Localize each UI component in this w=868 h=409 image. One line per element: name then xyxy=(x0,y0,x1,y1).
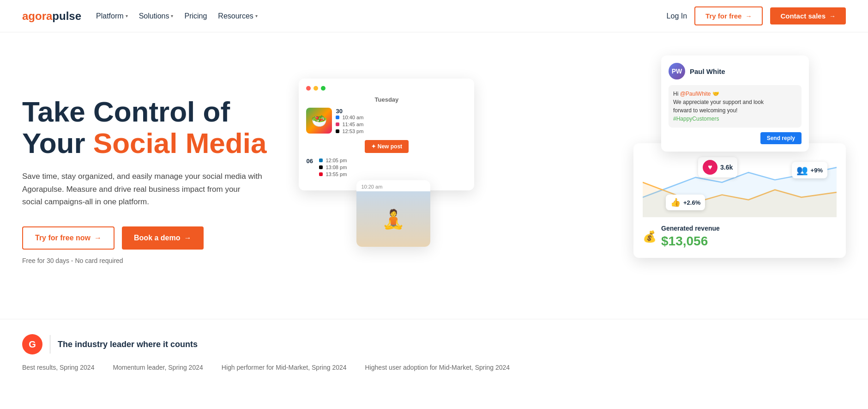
hero-illustration: PW Paul White Hi @PaulWhite 🤝 We appreci… xyxy=(285,60,846,300)
g2-header: G The industry leader where it counts xyxy=(22,334,846,354)
hero-title: Take Control of Your Social Media xyxy=(22,96,266,159)
divider xyxy=(50,335,50,354)
chevron-down-icon: ▾ xyxy=(126,13,128,18)
analytics-chart: ♥ 3.6k 👍 +2.6% 👥 +9% xyxy=(643,153,837,217)
contact-sales-button[interactable]: Contact sales → xyxy=(770,7,846,24)
logo-agora: agora xyxy=(22,10,52,23)
maximize-dot xyxy=(321,86,326,91)
people-badge: 👥 +9% xyxy=(792,162,827,178)
linkedin-icon xyxy=(319,159,323,162)
people-pct: +9% xyxy=(811,167,823,174)
nav-left: agorapulse Platform ▾ Solutions ▾ Pricin… xyxy=(22,10,258,23)
revenue-row: 💰 Generated revenue $13,056 xyxy=(643,225,837,249)
chevron-down-icon: ▾ xyxy=(171,13,173,18)
cal-items-06: 12:05 pm 13:08 pm 13:55 pm xyxy=(319,158,467,178)
arrow-right-icon: → xyxy=(829,12,836,20)
arrow-right-icon: → xyxy=(745,12,752,20)
chat-header: PW Paul White xyxy=(669,63,802,79)
heart-value: 3.6k xyxy=(720,164,733,171)
people-icon: 👥 xyxy=(796,165,808,176)
revenue-value: $13,056 xyxy=(661,234,720,249)
g2-tagline: The industry leader where it counts xyxy=(58,340,198,349)
chat-user-name: Paul White xyxy=(690,67,725,75)
g2-badge: High performer for Mid-Market, Spring 20… xyxy=(222,364,347,371)
thumbsup-icon: 👍 xyxy=(670,197,681,208)
nav-links: Platform ▾ Solutions ▾ Pricing Resources… xyxy=(96,12,258,20)
calendar-day: Tuesday xyxy=(306,96,467,103)
g2-badge: Highest user adoption for Mid-Market, Sp… xyxy=(365,364,510,371)
cal-item: 12:53 pm xyxy=(336,128,467,134)
facebook-icon xyxy=(336,116,339,119)
nav-right: Log In Try for free → Contact sales → xyxy=(667,6,846,25)
cal-item: 11:45 am xyxy=(336,122,467,127)
arrow-right-icon: → xyxy=(94,234,102,242)
login-link[interactable]: Log In xyxy=(667,12,687,20)
revenue-label: Generated revenue xyxy=(661,225,720,232)
plus-icon: ✦ xyxy=(371,143,376,150)
g2-badge: Momentum leader, Spring 2024 xyxy=(113,364,203,371)
post-image: 🥗 xyxy=(306,108,332,134)
revenue-icon: 💰 xyxy=(643,230,657,243)
logo-pulse: pulse xyxy=(52,10,81,23)
nav-platform[interactable]: Platform ▾ xyxy=(96,12,128,20)
post-preview-card: 10:20 am 🧘 xyxy=(356,180,430,247)
g2-badge: Best results, Spring 2024 xyxy=(22,364,94,371)
heart-icon: ♥ xyxy=(703,160,717,175)
chevron-down-icon: ▾ xyxy=(255,13,258,18)
pinterest-icon xyxy=(319,172,323,176)
close-dot xyxy=(306,86,311,91)
cal-item: 13:55 pm xyxy=(319,171,467,177)
minimize-dot xyxy=(313,86,318,91)
calendar-row-06: 06 12:05 pm 13:08 pm 13:55 pm xyxy=(306,158,467,178)
hero-section: Take Control of Your Social Media Save t… xyxy=(0,32,868,319)
new-post-button[interactable]: ✦ New post xyxy=(365,140,409,153)
calendar-row-30: 🥗 30 10:40 am 11:45 am xyxy=(306,108,467,135)
cal-item: 13:08 pm xyxy=(319,165,467,170)
g2-logo: G xyxy=(22,334,42,354)
nav-solutions[interactable]: Solutions ▾ xyxy=(139,12,174,20)
nav-pricing[interactable]: Pricing xyxy=(184,12,207,20)
post-image-preview: 🧘 xyxy=(356,191,430,247)
try-free-now-button[interactable]: Try for free now → xyxy=(22,226,115,250)
cal-item: 12:05 pm xyxy=(319,158,467,163)
calendar-card: Tuesday 🥗 30 10:40 am 11:45 am xyxy=(299,79,474,190)
instagram-icon xyxy=(336,122,339,126)
x-icon xyxy=(319,165,323,169)
revenue-info: Generated revenue $13,056 xyxy=(661,225,720,249)
nav-resources[interactable]: Resources ▾ xyxy=(218,12,257,20)
avatar: PW xyxy=(669,63,685,79)
navbar: agorapulse Platform ▾ Solutions ▾ Pricin… xyxy=(0,0,868,32)
cal-items-30: 10:40 am 11:45 am 12:53 pm xyxy=(336,115,467,134)
book-demo-button[interactable]: Book a demo → xyxy=(122,226,203,250)
hero-buttons: Try for free now → Book a demo → xyxy=(22,226,266,250)
chat-bubble: Hi @PaulWhite 🤝 We appreciate your suppo… xyxy=(669,85,802,128)
chat-card: PW Paul White Hi @PaulWhite 🤝 We appreci… xyxy=(661,55,809,152)
try-free-button[interactable]: Try for free → xyxy=(694,6,763,25)
hero-description: Save time, stay organized, and easily ma… xyxy=(22,170,262,208)
arrow-right-icon: → xyxy=(184,234,192,242)
thumb-badge: 👍 +2.6% xyxy=(666,195,705,210)
post-time: 10:20 am xyxy=(356,180,430,191)
analytics-card: ♥ 3.6k 👍 +2.6% 👥 +9% 💰 Generated revenue xyxy=(633,143,846,258)
free-note: Free for 30 days - No card required xyxy=(22,257,266,264)
logo[interactable]: agorapulse xyxy=(22,10,81,23)
g2-section: G The industry leader where it counts Be… xyxy=(0,319,868,390)
cal-date-30: 30 xyxy=(336,108,345,115)
send-reply-button[interactable]: Send reply xyxy=(760,132,802,144)
hero-left: Take Control of Your Social Media Save t… xyxy=(22,96,266,264)
heart-badge: ♥ 3.6k xyxy=(698,157,737,177)
thumb-pct: +2.6% xyxy=(683,199,700,206)
window-dots xyxy=(306,86,467,91)
g2-badges: Best results, Spring 2024 Momentum leade… xyxy=(22,364,846,371)
person-icon: 🧘 xyxy=(382,208,405,230)
x-icon xyxy=(336,129,339,133)
food-icon: 🥗 xyxy=(311,113,327,128)
cal-date-06: 06 xyxy=(306,158,315,165)
cal-item: 10:40 am xyxy=(336,115,467,120)
